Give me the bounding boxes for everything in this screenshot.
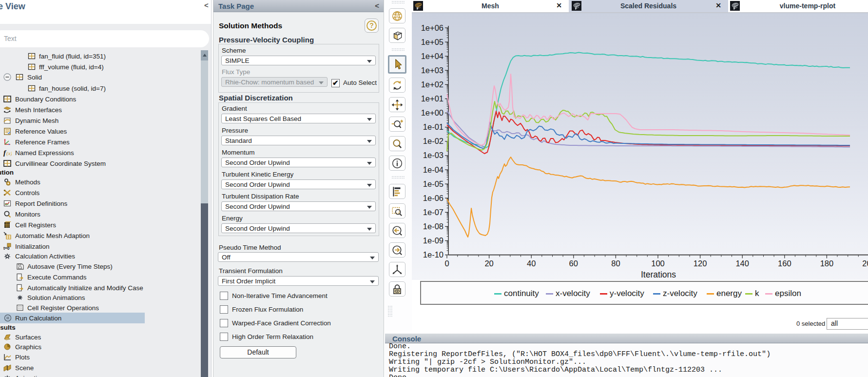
svg-text:1e+04: 1e+04 [421, 52, 444, 60]
svg-text:1e-07: 1e-07 [423, 208, 444, 217]
svg-text:1e+01: 1e+01 [421, 94, 444, 103]
svg-text:1e-08: 1e-08 [423, 222, 444, 231]
svg-text:0: 0 [444, 259, 449, 268]
svg-text:60: 60 [569, 259, 578, 268]
svg-text:1e-02: 1e-02 [423, 137, 444, 145]
svg-text:t=0: t=0 [3, 246, 10, 251]
svg-text:(x): (x) [6, 150, 12, 157]
svg-text:140: 140 [735, 259, 749, 268]
svg-text:40: 40 [527, 259, 536, 268]
svg-text:20: 20 [484, 259, 493, 268]
svg-text:120: 120 [694, 259, 707, 268]
svg-text:1e+05: 1e+05 [421, 38, 444, 46]
svg-text:1e+03: 1e+03 [421, 66, 444, 75]
svg-text:80: 80 [611, 259, 620, 268]
svg-text:1e+06: 1e+06 [421, 23, 444, 32]
svg-text:1e+02: 1e+02 [421, 80, 444, 89]
svg-text:100: 100 [651, 259, 665, 268]
svg-text:1e+00: 1e+00 [421, 108, 444, 117]
svg-text:160: 160 [778, 259, 791, 268]
svg-text:1e-03: 1e-03 [423, 151, 444, 159]
svg-text:1e-09: 1e-09 [423, 236, 444, 245]
svg-text:200: 200 [862, 259, 868, 268]
svg-text:Iterations: Iterations [641, 270, 676, 279]
svg-text:180: 180 [820, 259, 834, 268]
svg-text:1e-10: 1e-10 [423, 250, 444, 259]
svg-text:1e-05: 1e-05 [423, 179, 444, 188]
svg-text:1e-04: 1e-04 [423, 165, 444, 174]
svg-text:1e-01: 1e-01 [423, 122, 444, 131]
svg-text:1e-06: 1e-06 [423, 194, 444, 202]
